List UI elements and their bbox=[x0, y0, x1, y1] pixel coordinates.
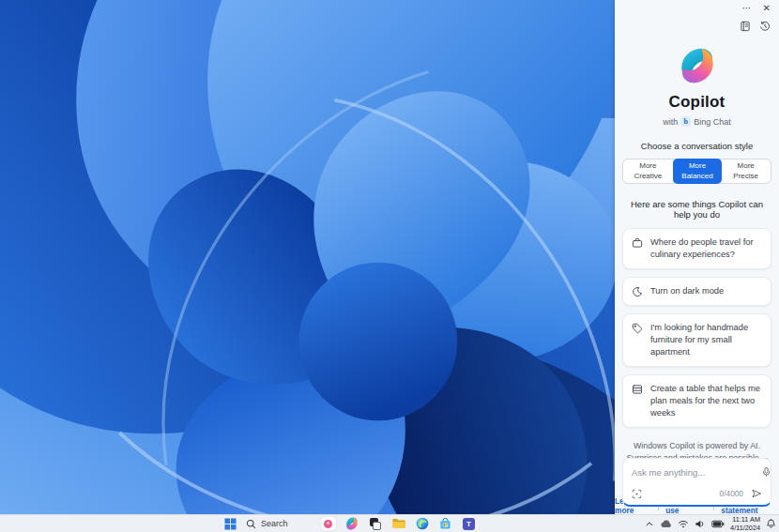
conversation-style-heading: Choose a conversation style bbox=[615, 141, 779, 151]
search-label: Search bbox=[261, 519, 288, 528]
dark-mode-icon bbox=[632, 286, 643, 297]
table-icon bbox=[632, 384, 643, 395]
edge-button[interactable] bbox=[415, 516, 430, 531]
suggestion-card-text: Create a table that helps me plan meals … bbox=[650, 383, 762, 419]
edge-icon bbox=[416, 517, 429, 530]
character-counter: 0/4000 bbox=[720, 489, 743, 498]
subtitle-brand: Bing Chat bbox=[694, 117, 731, 127]
chat-composer: 0/4000 bbox=[622, 458, 771, 507]
briefcase-icon bbox=[632, 237, 643, 249]
file-explorer-button[interactable] bbox=[391, 516, 406, 531]
conversation-style-selector: More Creative More Balanced More Precise bbox=[622, 159, 771, 184]
style-option-label: More bbox=[689, 161, 706, 171]
battery-icon bbox=[711, 520, 725, 528]
copilot-icon bbox=[345, 517, 359, 530]
microsoft-store-icon bbox=[439, 518, 451, 530]
teams-button[interactable]: T bbox=[462, 516, 477, 531]
system-tray: 11:11 AM 4/11/2024 bbox=[645, 515, 776, 532]
subtitle-prefix: with bbox=[663, 117, 678, 127]
battery-button[interactable] bbox=[711, 520, 725, 528]
speaker-icon bbox=[695, 519, 706, 529]
copilot-panel: ⋯ ✕ Copilot bbox=[615, 0, 779, 514]
style-option-balanced[interactable]: More Balanced bbox=[673, 159, 723, 184]
folder-icon bbox=[392, 518, 405, 529]
task-view-button[interactable] bbox=[368, 516, 383, 531]
search-icon bbox=[246, 519, 256, 529]
suggestions-heading: Here are some things Copilot can help yo… bbox=[615, 199, 779, 220]
wifi-button[interactable] bbox=[678, 519, 689, 528]
cloud-icon bbox=[660, 519, 672, 528]
desktop-screen: ⋯ ✕ Copilot bbox=[0, 0, 779, 532]
more-options-button[interactable]: ⋯ bbox=[742, 4, 752, 13]
suggestion-card-text: Turn on dark mode bbox=[650, 285, 724, 297]
teams-icon: T bbox=[463, 518, 475, 530]
suggestion-card-meal-table[interactable]: Create a table that helps me plan meals … bbox=[622, 374, 771, 428]
suggestion-card-text: Where do people travel for culinary expe… bbox=[650, 236, 762, 261]
chevron-up-icon bbox=[645, 520, 654, 528]
tray-time: 11:11 AM bbox=[730, 515, 760, 524]
suggestion-card-dark-mode[interactable]: Turn on dark mode bbox=[622, 277, 771, 306]
onedrive-button[interactable] bbox=[660, 519, 672, 528]
notebook-icon[interactable] bbox=[740, 21, 751, 32]
suggestion-card-travel[interactable]: Where do people travel for culinary expe… bbox=[622, 228, 771, 269]
copilot-taskbar-button[interactable] bbox=[344, 516, 359, 531]
style-option-label: Creative bbox=[634, 172, 662, 181]
style-option-creative[interactable]: More Creative bbox=[623, 160, 674, 183]
style-option-precise[interactable]: More Precise bbox=[721, 160, 771, 183]
widgets-weather-icon bbox=[321, 517, 336, 530]
suggestion-card-furniture[interactable]: I'm looking for handmade furniture for m… bbox=[622, 313, 771, 367]
volume-button[interactable] bbox=[695, 519, 706, 529]
hidden-icons-chevron[interactable] bbox=[645, 520, 654, 528]
tray-date: 4/11/2024 bbox=[730, 524, 760, 532]
clock[interactable]: 11:11 AM 4/11/2024 bbox=[730, 515, 760, 532]
copilot-title: Copilot bbox=[615, 93, 779, 112]
send-icon[interactable] bbox=[751, 488, 762, 499]
taskbar-center: Search bbox=[222, 515, 477, 532]
start-button[interactable] bbox=[222, 516, 237, 531]
microsoft-store-button[interactable] bbox=[438, 516, 453, 531]
screenshot-icon[interactable] bbox=[632, 489, 642, 499]
close-button[interactable]: ✕ bbox=[763, 4, 771, 13]
suggestion-card-text: I'm looking for handmade furniture for m… bbox=[650, 322, 762, 358]
search-box[interactable]: Search bbox=[246, 519, 288, 529]
style-option-label: More bbox=[738, 161, 755, 171]
history-icon[interactable] bbox=[759, 21, 771, 32]
microphone-icon[interactable] bbox=[761, 466, 771, 478]
style-option-label: Balanced bbox=[681, 172, 712, 181]
wifi-icon bbox=[678, 519, 689, 528]
bing-logo-icon: b bbox=[680, 116, 691, 127]
widgets-button[interactable] bbox=[321, 516, 336, 531]
panel-window-controls: ⋯ ✕ bbox=[615, 0, 779, 13]
style-option-label: More bbox=[639, 161, 656, 171]
copilot-logo bbox=[679, 47, 716, 84]
style-option-label: Precise bbox=[733, 172, 758, 181]
taskbar: Search bbox=[0, 514, 779, 532]
bell-icon bbox=[766, 518, 776, 529]
suggestion-cards: Where do people travel for culinary expe… bbox=[622, 228, 771, 428]
panel-toolbar bbox=[615, 13, 779, 32]
chat-input[interactable] bbox=[632, 467, 756, 478]
tag-icon bbox=[632, 323, 643, 334]
copilot-subtitle: with b Bing Chat bbox=[615, 116, 779, 127]
notifications-button[interactable] bbox=[766, 518, 776, 529]
